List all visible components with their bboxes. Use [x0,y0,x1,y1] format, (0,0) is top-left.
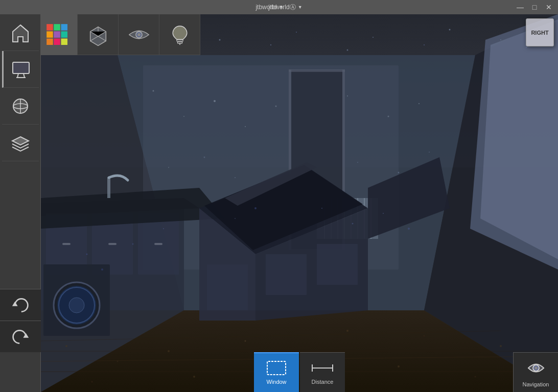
svg-point-111 [101,268,103,271]
svg-point-86 [275,106,277,107]
color-button[interactable] [37,14,78,55]
svg-rect-66 [317,244,358,285]
svg-rect-13 [61,39,67,45]
svg-point-112 [86,254,88,255]
undo-icon [11,296,30,314]
svg-rect-65 [266,254,307,295]
svg-point-71 [219,39,221,41]
svg-point-84 [214,100,216,102]
home-button[interactable] [2,14,39,51]
svg-rect-7 [61,24,67,30]
titlebar-user-text: jtbworld ▼ Ⓐ ▼ [255,3,302,12]
window-label: Window [266,379,286,385]
svg-rect-52 [154,243,162,245]
eye-icon [127,23,151,46]
svg-point-91 [204,157,205,158]
svg-point-80 [424,44,425,45]
svg-point-116 [352,223,354,225]
svg-marker-126 [23,333,29,337]
svg-point-114 [254,207,257,209]
svg-marker-125 [12,301,18,306]
maximize-button[interactable]: □ [529,2,540,12]
svg-rect-6 [54,24,60,30]
svg-rect-8 [46,31,53,38]
navigation-button[interactable]: Navigation [513,352,558,392]
nav-cube-face[interactable]: RIGHT [526,18,554,46]
svg-point-85 [245,126,246,127]
svg-point-110 [163,228,164,229]
svg-point-99 [245,340,246,342]
svg-point-81 [526,47,527,48]
svg-point-73 [373,37,374,38]
svg-rect-17 [177,42,182,43]
svg-point-79 [347,50,348,51]
layers-button[interactable] [2,125,39,161]
display-button[interactable] [2,51,39,88]
svg-rect-16 [176,40,182,41]
svg-rect-5 [46,24,53,30]
svg-point-115 [321,208,322,209]
layers-icon [10,133,31,153]
window-tool-button[interactable]: Window [254,352,299,392]
svg-point-102 [500,345,502,347]
svg-point-101 [424,335,425,337]
navigation-label: Navigation [523,381,549,387]
navigation-icon [526,358,546,378]
svg-point-93 [357,162,358,163]
render-button[interactable] [78,14,119,55]
svg-point-100 [346,330,348,332]
svg-rect-51 [108,243,117,245]
svg-point-74 [449,29,451,31]
titlebar: jtbworld jtbworld ▼ Ⓐ ▼ — □ ✕ [0,0,558,14]
eye-button[interactable] [119,14,159,55]
render-icon [86,23,110,46]
home-icon [10,22,31,43]
svg-point-90 [168,167,169,168]
svg-rect-119 [267,361,286,375]
distance-tool-icon [311,360,334,376]
svg-point-87 [347,95,348,96]
svg-rect-12 [54,39,60,45]
svg-point-118 [408,228,410,230]
svg-point-15 [137,33,140,36]
close-button[interactable]: ✕ [544,2,554,12]
svg-point-95 [429,152,430,153]
light-button[interactable] [159,14,200,55]
svg-rect-64 [207,264,248,310]
svg-point-113 [235,218,236,219]
object-button[interactable] [2,88,39,125]
svg-rect-0 [13,62,29,74]
bottom-toolbar: Window Distance [41,352,558,392]
svg-point-89 [418,103,420,104]
redo-button[interactable] [0,321,41,352]
nav-cube[interactable]: RIGHT [526,18,554,46]
svg-point-96 [65,345,67,347]
viewport[interactable]: RIGHT Window [41,14,558,392]
light-icon [168,23,192,46]
distance-tool-button[interactable]: Distance [300,352,345,392]
bottom-center-tools: Window Distance [254,352,345,392]
svg-point-124 [534,366,538,370]
svg-point-88 [388,116,389,117]
viewport-background: RIGHT Window [41,14,558,392]
svg-rect-59 [107,178,110,198]
display-icon [11,59,31,80]
svg-point-117 [383,213,384,214]
kitchen-scene-svg [41,14,558,392]
svg-rect-50 [62,243,71,245]
left-bottom-buttons [0,289,41,352]
undo-button[interactable] [0,289,41,321]
minimize-button[interactable]: — [515,2,525,12]
svg-point-109 [132,243,134,245]
svg-rect-9 [54,31,60,38]
redo-icon [11,328,30,346]
svg-point-92 [235,177,236,178]
svg-point-94 [398,172,400,174]
svg-point-75 [500,39,501,40]
color-icon [44,22,70,47]
svg-rect-10 [61,31,67,38]
distance-label: Distance [312,379,334,385]
svg-point-72 [296,32,297,33]
object-icon [10,96,31,116]
svg-rect-11 [46,39,53,45]
